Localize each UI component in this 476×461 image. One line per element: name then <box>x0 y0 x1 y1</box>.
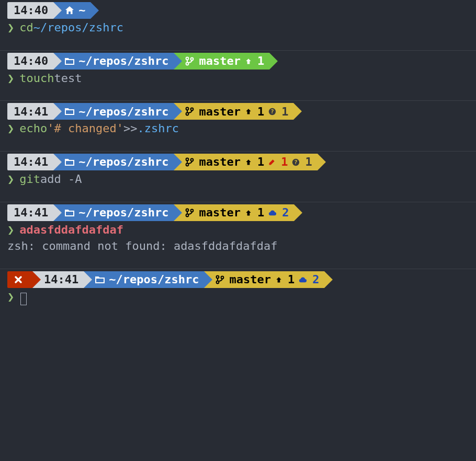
prompt-block: 14:41~/repos/zshrcmaster111❯git add -A <box>0 151 476 202</box>
command-token: git <box>19 171 40 187</box>
prompt-block: 14:40~/repos/zshrcmaster1❯touch test <box>0 50 476 101</box>
time-segment: 14:41 <box>7 103 53 120</box>
git-branch-label: master <box>199 53 240 69</box>
git-branch-label: master <box>199 205 240 221</box>
command-token: add -A <box>40 171 82 187</box>
prompt-symbol: ❯ <box>7 71 14 86</box>
git-staged-count: 2 <box>282 205 289 221</box>
git-untracked-count: 1 <box>281 104 288 120</box>
prompt-block: 14:41~/repos/zshrcmaster12❯ <box>0 269 476 308</box>
x-icon <box>14 275 23 284</box>
git-segment: master12 <box>204 271 324 288</box>
time-label: 14:41 <box>14 154 48 170</box>
command-line[interactable]: ❯git add -A <box>0 170 476 187</box>
git-ahead-badge: 1 <box>245 154 264 170</box>
git-ahead-count: 1 <box>257 205 264 221</box>
git-ahead-badge: 1 <box>245 205 264 221</box>
status-error-segment <box>7 271 32 288</box>
time-label: 14:41 <box>14 104 48 120</box>
prompt-powerline: 14:41~/repos/zshrcmaster111 <box>0 152 476 170</box>
git-ahead-badge: 1 <box>245 53 264 69</box>
command-token: echo <box>19 121 47 136</box>
git-segment: master11 <box>174 103 293 120</box>
prompt-symbol: ❯ <box>7 289 14 305</box>
prompt-symbol: ❯ <box>7 222 14 238</box>
git-branch-label: master <box>199 154 240 170</box>
time-label: 14:41 <box>44 272 78 287</box>
time-label: 14:40 <box>14 3 48 18</box>
path-segment: ~/repos/zshrc <box>53 204 174 221</box>
folder-icon <box>65 56 74 66</box>
command-token: ~/repos/zshrc <box>33 20 123 36</box>
path-label: ~ <box>78 3 85 18</box>
path-label: ~/repos/zshrc <box>109 272 199 287</box>
cloud-icon <box>268 209 277 217</box>
path-label: ~/repos/zshrc <box>78 104 168 120</box>
command-output: zsh: command not found: adasfddafdafdaf <box>0 237 476 254</box>
command-line[interactable]: ❯touch test <box>0 70 476 86</box>
path-segment: ~/repos/zshrc <box>53 103 174 120</box>
folder-icon <box>65 157 74 167</box>
arrow-up-icon <box>245 108 252 115</box>
git-untracked-badge: 1 <box>268 104 288 120</box>
path-label: ~/repos/zshrc <box>78 205 168 221</box>
git-branch-label: master <box>199 104 240 120</box>
arrow-up-icon <box>245 57 252 65</box>
prompt-block: 14:41~/repos/zshrcmaster11❯echo '# chang… <box>0 100 476 151</box>
git-untracked-count: 1 <box>305 154 312 170</box>
path-label: ~/repos/zshrc <box>78 154 168 170</box>
git-segment: master1 <box>174 53 269 70</box>
command-line[interactable]: ❯adasfddafdafdaf <box>0 221 476 238</box>
time-segment: 14:40 <box>7 2 53 19</box>
git-ahead-count: 1 <box>257 104 264 120</box>
prompt-symbol: ❯ <box>7 20 14 36</box>
prompt-powerline: 14:40~ <box>0 0 476 19</box>
git-branch-icon <box>185 208 195 217</box>
command-line[interactable]: ❯ <box>0 288 476 305</box>
time-label: 14:40 <box>14 53 48 69</box>
prompt-block: 14:41~/repos/zshrcmaster12❯adasfddafdafd… <box>0 202 476 269</box>
git-ahead-badge: 1 <box>275 272 294 287</box>
prompt-powerline: 14:41~/repos/zshrcmaster11 <box>0 101 476 120</box>
question-icon <box>292 158 300 166</box>
pencil-icon <box>268 158 276 166</box>
git-staged-badge: 2 <box>299 272 319 287</box>
path-segment: ~/repos/zshrc <box>84 271 204 288</box>
command-token: test <box>54 71 82 86</box>
command-line[interactable]: ❯cd ~/repos/zshrc <box>0 19 476 36</box>
command-line[interactable]: ❯echo '# changed' >> .zshrc <box>0 120 476 136</box>
git-branch-icon <box>185 107 195 116</box>
cloud-icon <box>299 275 307 284</box>
command-token: adasfddafdafdaf <box>19 222 123 238</box>
git-staged-count: 2 <box>312 272 319 287</box>
git-segment: master12 <box>174 204 294 221</box>
path-segment: ~/repos/zshrc <box>53 53 174 70</box>
folder-icon <box>65 208 74 217</box>
prompt-symbol: ❯ <box>7 171 14 187</box>
home-icon <box>65 6 74 15</box>
path-segment: ~/repos/zshrc <box>53 154 174 170</box>
path-label: ~/repos/zshrc <box>78 53 168 69</box>
git-branch-icon <box>185 56 195 66</box>
arrow-up-icon <box>245 209 252 216</box>
git-ahead-badge: 1 <box>245 104 264 120</box>
time-segment: 14:41 <box>7 204 53 221</box>
folder-icon <box>95 275 105 284</box>
command-token: touch <box>19 71 54 86</box>
prompt-block: 14:40~❯cd ~/repos/zshrc <box>0 0 476 50</box>
git-modified-badge: 1 <box>268 154 288 170</box>
time-segment: 14:41 <box>7 154 53 170</box>
prompt-powerline: 14:40~/repos/zshrcmaster1 <box>0 51 476 70</box>
command-token: .zshrc <box>137 121 178 136</box>
git-branch-icon <box>216 275 225 284</box>
git-branch-icon <box>185 157 195 167</box>
git-branch-label: master <box>229 272 270 287</box>
arrow-up-icon <box>275 276 282 283</box>
command-token: '# changed' <box>47 121 123 136</box>
cursor <box>20 293 27 305</box>
git-ahead-count: 1 <box>257 154 264 170</box>
time-label: 14:41 <box>14 205 48 221</box>
command-token: >> <box>123 121 138 136</box>
command-token: cd <box>19 20 33 36</box>
git-untracked-badge: 1 <box>292 154 312 170</box>
